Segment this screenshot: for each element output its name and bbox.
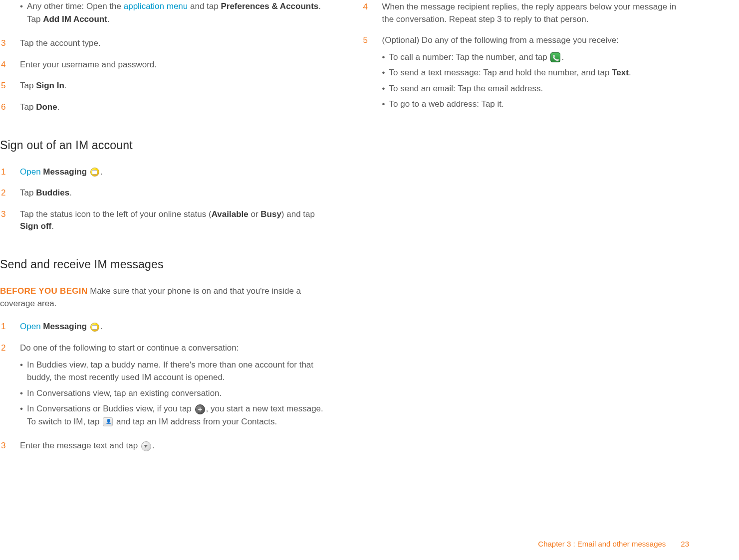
messaging-icon xyxy=(90,323,99,332)
step-number: 4 xyxy=(362,1,382,25)
before-you-begin-label: BEFORE YOU BEGIN xyxy=(0,286,87,296)
step-5: 5 Tap Sign In. xyxy=(0,80,327,92)
bullet-item: • To send a text message: Tap and hold t… xyxy=(382,66,690,79)
signout-step-3: 3 Tap the status icon to the left of you… xyxy=(0,208,327,233)
bullet-item: • In Conversations or Buddies view, if y… xyxy=(20,402,327,428)
step-text: Enter your username and password. xyxy=(20,59,327,71)
step-number: 5 xyxy=(0,80,20,92)
step-text: Tap Sign In. xyxy=(20,80,327,92)
signout-step-1: 1 Open Messaging . xyxy=(0,166,327,179)
step-text: Enter the message text and tap . xyxy=(20,440,327,452)
right-step-4: 4 When the message recipient replies, th… xyxy=(362,1,690,25)
bullet-item: • In Conversations view, tap an existing… xyxy=(20,387,327,400)
step-text: When the message recipient replies, the … xyxy=(382,1,690,25)
signout-step-2: 2 Tap Buddies. xyxy=(0,187,327,199)
step-3: 3 Tap the account type. xyxy=(0,37,327,50)
right-column: 4 When the message recipient replies, th… xyxy=(362,0,690,461)
step-number: 2 xyxy=(0,342,20,431)
bullet-item: • In Buddies view, tap a buddy name. If … xyxy=(20,359,327,384)
application-menu-link[interactable]: application menu xyxy=(124,1,188,11)
step-number: 5 xyxy=(362,34,382,114)
step-number: 3 xyxy=(0,208,20,233)
bullet-text: Any other time: Open the application men… xyxy=(27,0,327,25)
step-number: 6 xyxy=(0,101,20,114)
step-number: 1 xyxy=(0,321,20,333)
open-link[interactable]: Open xyxy=(20,322,41,331)
step-text: Do one of the following to start or cont… xyxy=(20,342,327,355)
bullet-item: • To call a number: Tap the number, and … xyxy=(382,51,690,64)
page-footer: Chapter 3 : Email and other messages23 xyxy=(538,540,689,548)
contact-card-icon xyxy=(103,417,113,426)
step-number: 2 xyxy=(0,187,20,199)
send-step-3: 3 Enter the message text and tap . xyxy=(0,440,327,452)
bullet-marker: • xyxy=(20,0,27,25)
open-link[interactable]: Open xyxy=(20,167,41,177)
step-text: Tap the status icon to the left of your … xyxy=(20,208,327,233)
step-text: Open Messaging . xyxy=(20,321,327,333)
step-text: (Optional) Do any of the following from … xyxy=(382,34,690,47)
before-you-begin-line: BEFORE YOU BEGIN Make sure that your pho… xyxy=(0,285,327,310)
messaging-icon xyxy=(90,168,99,177)
step-continued: • Any other time: Open the application m… xyxy=(0,0,327,28)
call-icon xyxy=(550,52,560,62)
step-text: Tap Buddies. xyxy=(20,187,327,199)
section-heading-signout: Sign out of an IM account xyxy=(0,139,327,152)
step-number: 3 xyxy=(0,37,20,50)
section-heading-send: Send and receive IM messages xyxy=(0,258,327,271)
new-message-icon xyxy=(195,404,205,414)
step-text: Tap the account type. xyxy=(20,37,327,50)
step-text: Open Messaging . xyxy=(20,166,327,179)
step-number: 4 xyxy=(0,59,20,71)
chapter-label: Chapter 3 : Email and other messages xyxy=(538,540,666,548)
step-4: 4 Enter your username and password. xyxy=(0,59,327,71)
page-number: 23 xyxy=(681,540,689,548)
right-step-5: 5 (Optional) Do any of the following fro… xyxy=(362,34,690,114)
bullet-item: • To send an email: Tap the email addres… xyxy=(382,82,690,95)
send-step-2: 2 Do one of the following to start or co… xyxy=(0,342,327,431)
send-step-1: 1 Open Messaging . xyxy=(0,321,327,333)
step-number: 3 xyxy=(0,440,20,452)
bullet-item: • To go to a web address: Tap it. xyxy=(382,98,690,111)
step-6: 6 Tap Done. xyxy=(0,101,327,114)
step-number: 1 xyxy=(0,166,20,179)
left-column: • Any other time: Open the application m… xyxy=(0,0,327,461)
send-icon xyxy=(141,441,151,451)
step-text: Tap Done. xyxy=(20,101,327,114)
